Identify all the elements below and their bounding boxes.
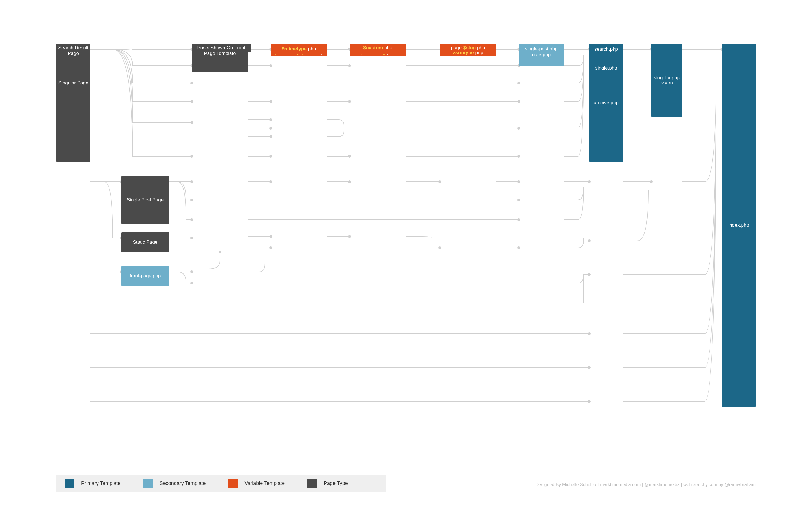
swatch-primary <box>65 478 74 488</box>
singular-php: singular.php(v 4.3+) <box>651 44 682 117</box>
svg-point-33 <box>269 180 272 183</box>
svg-point-52 <box>588 332 591 335</box>
mimetype-php: $mimetype.php <box>271 44 327 54</box>
sub: (v 4.3+) <box>661 81 673 86</box>
front-page-php: front-page.php <box>121 266 169 286</box>
svg-point-43 <box>348 235 351 238</box>
legend-secondary: Secondary Template <box>160 481 206 487</box>
svg-point-16 <box>517 100 520 103</box>
pagetype-search: Search Result Page <box>56 44 90 58</box>
svg-point-2 <box>190 82 193 84</box>
single-post-page: Single Post Page <box>121 176 169 224</box>
svg-point-19 <box>269 135 272 138</box>
svg-point-46 <box>588 239 591 242</box>
search-php: search.php <box>589 44 623 55</box>
svg-point-17 <box>269 118 272 121</box>
label: Static Page <box>133 239 158 245</box>
page-slug-php: page-$slug.php <box>440 44 496 52</box>
svg-point-5 <box>190 155 193 158</box>
svg-point-32 <box>190 237 193 239</box>
svg-point-42 <box>269 246 272 249</box>
svg-point-14 <box>269 100 272 103</box>
label: single.php <box>595 65 617 71</box>
swatch-secondary <box>143 478 153 488</box>
svg-point-29 <box>190 180 193 183</box>
svg-point-37 <box>588 180 591 183</box>
swatch-pagetype <box>307 478 317 488</box>
label: search.php <box>594 47 618 52</box>
svg-point-3 <box>190 100 193 103</box>
index-php: index.php <box>722 44 756 407</box>
svg-point-51 <box>588 273 591 276</box>
label: Singular Page <box>58 80 89 86</box>
single-post-php: single-post.php <box>519 44 564 54</box>
svg-point-38 <box>517 199 520 202</box>
legend-pagetype: Page Type <box>324 481 348 487</box>
label: single-post.php <box>525 46 557 52</box>
svg-point-30 <box>190 199 193 202</box>
connectors-svg <box>56 44 756 466</box>
static-page: Static Page <box>121 232 169 252</box>
legend-primary: Primary Template <box>81 481 121 487</box>
custom-php: $custom.php <box>350 44 406 52</box>
posts-shown-on-front: Posts Shown On Front <box>192 44 251 52</box>
legend: Primary Template Secondary Template Vari… <box>56 475 386 492</box>
svg-point-31 <box>190 218 193 221</box>
svg-point-47 <box>218 251 221 253</box>
svg-point-39 <box>517 218 520 221</box>
svg-point-35 <box>439 180 441 183</box>
svg-point-11 <box>348 64 351 67</box>
svg-point-34 <box>348 180 351 183</box>
diagram-canvas: Archive Page Singular Page Site Front Pa… <box>56 44 756 466</box>
svg-point-23 <box>517 155 520 158</box>
svg-point-10 <box>269 64 272 67</box>
svg-point-20 <box>517 127 520 129</box>
svg-point-49 <box>190 270 193 273</box>
swatch-variable <box>229 478 238 488</box>
svg-point-36 <box>517 180 520 183</box>
svg-point-4 <box>190 121 193 124</box>
svg-point-41 <box>269 235 272 238</box>
label: Single Post Page <box>127 197 163 203</box>
label: Search Result Page <box>58 45 89 57</box>
legend-variable: Variable Template <box>245 481 285 487</box>
svg-point-40 <box>650 180 653 183</box>
svg-point-45 <box>517 246 520 249</box>
label: index.php <box>728 223 749 228</box>
svg-point-13 <box>517 82 520 84</box>
svg-point-53 <box>588 366 591 369</box>
svg-point-22 <box>348 155 351 158</box>
label: Posts Shown On Front <box>197 45 245 51</box>
label: archive.php <box>594 100 619 106</box>
credits: Designed By Michelle Schulp of marktimem… <box>536 482 756 487</box>
label: singular.php <box>654 75 680 81</box>
svg-point-18 <box>269 127 272 129</box>
svg-point-54 <box>588 400 591 403</box>
label: front-page.php <box>130 273 161 279</box>
svg-point-21 <box>269 155 272 158</box>
svg-point-15 <box>348 100 351 103</box>
svg-point-44 <box>439 246 441 249</box>
svg-point-50 <box>190 282 193 284</box>
